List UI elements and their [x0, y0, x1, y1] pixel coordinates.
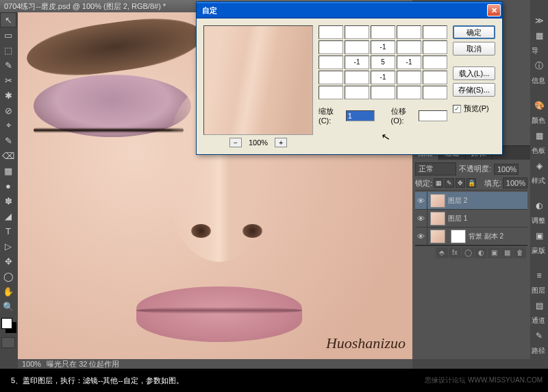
color-label[interactable]: 颜色 — [530, 114, 548, 127]
matrix-cell[interactable] — [345, 86, 369, 99]
lock-all-icon[interactable]: 🔒 — [466, 178, 476, 188]
matrix-cell[interactable] — [345, 25, 369, 39]
mask-icon[interactable]: ◯ — [462, 247, 474, 258]
info-label[interactable]: 信息 — [530, 74, 548, 88]
layer-thumbnail[interactable] — [430, 230, 445, 243]
zoom-readout[interactable]: 100% — [22, 360, 41, 368]
matrix-cell[interactable] — [345, 40, 369, 54]
gradient-tool[interactable]: ▦ — [0, 163, 16, 178]
fill-input[interactable]: 100% — [503, 177, 527, 188]
matrix-cell[interactable] — [319, 71, 343, 84]
layer-name[interactable]: 图层 1 — [448, 214, 527, 223]
preview-checkbox[interactable]: ✓ — [453, 105, 461, 113]
hand-tool[interactable]: ✋ — [0, 284, 16, 299]
lock-brush-icon[interactable]: ✎ — [445, 178, 454, 188]
link-layers-icon[interactable]: ⬘ — [436, 247, 448, 258]
layer-thumbnail[interactable] — [430, 212, 445, 225]
marquee-tool[interactable]: ▭ — [0, 27, 16, 42]
save-button[interactable]: 存储(S)... — [453, 83, 495, 97]
wand-tool[interactable]: ✎ — [0, 58, 16, 73]
group-icon[interactable]: ▣ — [488, 247, 500, 258]
close-button[interactable]: ✕ — [487, 4, 501, 16]
blur-tool[interactable]: ● — [0, 178, 16, 193]
path-select-tool[interactable]: ▷ — [0, 238, 16, 254]
layers-label[interactable]: 图层 — [530, 284, 548, 297]
channels-label[interactable]: 通道 — [530, 314, 548, 328]
pen-tool[interactable]: ◢ — [0, 208, 16, 223]
matrix-cell[interactable] — [397, 56, 421, 69]
matrix-cell[interactable] — [319, 56, 343, 69]
matrix-cell[interactable] — [397, 40, 421, 54]
zoom-in-button[interactable]: + — [275, 138, 287, 147]
layer-name[interactable]: 背景 副本 2 — [469, 232, 527, 241]
matrix-cell[interactable] — [371, 86, 395, 99]
dodge-tool[interactable]: ✽ — [0, 193, 16, 208]
quickmask-toggle[interactable] — [1, 337, 15, 348]
swatch-label[interactable]: 色板 — [530, 144, 548, 158]
load-button[interactable]: 载入(L)... — [453, 66, 495, 80]
layers-icon[interactable]: ≡ — [530, 269, 548, 282]
zoom-tool[interactable]: 🔍 — [0, 299, 16, 314]
layer-row[interactable]: 👁 图层 1 — [415, 210, 527, 228]
adjust-label[interactable]: 调整 — [530, 214, 548, 228]
paths-label[interactable]: 路径 — [530, 344, 548, 358]
lasso-tool[interactable]: ⬚ — [0, 42, 16, 58]
preview-thumbnail[interactable] — [203, 25, 313, 135]
matrix-cell[interactable] — [397, 86, 421, 99]
mask-thumbnail[interactable] — [451, 230, 466, 243]
styles-label[interactable]: 样式 — [530, 174, 548, 188]
mask-panel-icon[interactable]: ▣ — [530, 229, 548, 243]
matrix-cell[interactable] — [345, 71, 369, 84]
matrix-cell[interactable] — [371, 56, 395, 69]
matrix-cell[interactable] — [423, 71, 447, 84]
matrix-cell[interactable] — [371, 25, 395, 39]
layer-row[interactable]: 👁 背景 副本 2 — [415, 228, 527, 245]
nav-label[interactable]: 导 — [530, 44, 548, 58]
layer-thumbnail[interactable] — [430, 194, 445, 208]
fx-icon[interactable]: fx — [449, 247, 461, 258]
matrix-cell[interactable] — [371, 40, 395, 54]
matrix-cell[interactable] — [423, 86, 447, 99]
type-tool[interactable]: T — [0, 223, 16, 238]
stamp-tool[interactable]: ✎ — [0, 133, 16, 148]
move-tool[interactable]: ↖ — [0, 12, 16, 27]
shape-tool[interactable]: ✥ — [0, 254, 16, 269]
adjust-icon[interactable]: ◐ — [530, 199, 548, 212]
navigator-icon[interactable]: ▦ — [530, 29, 548, 42]
foreground-swatch[interactable] — [1, 318, 12, 329]
matrix-cell[interactable] — [345, 56, 369, 69]
crop-tool[interactable]: ✂ — [0, 73, 16, 88]
matrix-cell[interactable] — [397, 25, 421, 39]
new-layer-icon[interactable]: ▦ — [501, 247, 513, 258]
color-icon[interactable]: 🎨 — [530, 99, 548, 112]
paths-icon[interactable]: ✎ — [530, 329, 548, 343]
info-icon[interactable]: ⓘ — [530, 59, 548, 73]
lock-move-icon[interactable]: ✥ — [456, 178, 465, 188]
layer-row[interactable]: 👁 图层 2 — [415, 192, 527, 210]
visibility-icon[interactable]: 👁 — [415, 210, 427, 227]
layer-name[interactable]: 图层 2 — [448, 196, 527, 206]
document-tab-title[interactable]: 0704练习--磨皮.psd @ 100% (图层 2, RGB/8#) * — [4, 1, 166, 12]
opacity-input[interactable]: 100% — [494, 164, 519, 175]
offset-input[interactable] — [419, 110, 447, 121]
visibility-icon[interactable]: 👁 — [415, 192, 427, 209]
matrix-cell[interactable] — [319, 40, 343, 54]
heal-tool[interactable]: ⊘ — [0, 103, 16, 118]
3d-tool[interactable]: ◯ — [0, 269, 16, 284]
visibility-icon[interactable]: 👁 — [415, 228, 427, 245]
matrix-cell[interactable] — [423, 40, 447, 54]
styles-icon[interactable]: ◈ — [530, 159, 548, 173]
zoom-out-button[interactable]: − — [229, 138, 242, 147]
trash-icon[interactable]: 🗑 — [514, 247, 526, 258]
matrix-cell[interactable] — [371, 71, 395, 84]
matrix-cell[interactable] — [397, 71, 421, 84]
brush-tool[interactable]: ⌖ — [0, 118, 16, 133]
lock-pixels-icon[interactable]: ▦ — [434, 178, 443, 188]
ok-button[interactable]: 确定 — [453, 25, 495, 39]
mask-label[interactable]: 蒙版 — [530, 244, 548, 258]
color-swatches[interactable] — [1, 318, 16, 333]
dialog-titlebar[interactable]: 自定 ✕ — [197, 2, 502, 19]
blend-mode-select[interactable]: 正常 — [415, 162, 456, 175]
eyedropper-tool[interactable]: ✱ — [0, 88, 16, 103]
scale-input[interactable] — [346, 110, 375, 121]
